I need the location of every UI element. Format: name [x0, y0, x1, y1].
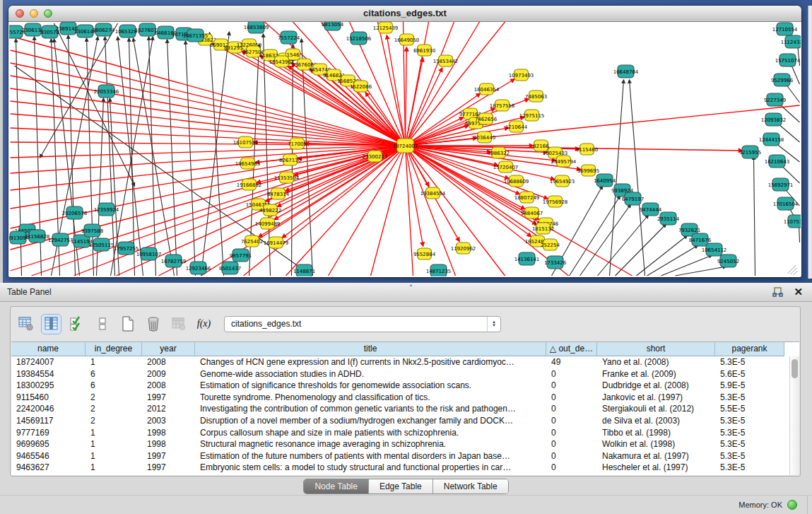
graph-node-label: 12125439	[373, 25, 399, 31]
graph-node-label: 7557224	[278, 35, 300, 41]
close-window-button[interactable]	[16, 9, 24, 18]
graph-node-label: 17016504	[773, 201, 799, 207]
citation-edge-red[interactable]	[11, 146, 406, 158]
table-cell: 5.3E-5	[715, 450, 784, 462]
delete-table-icon[interactable]	[143, 315, 163, 334]
float-window-icon[interactable]	[772, 286, 784, 298]
table-row[interactable]: 946554611997Estimation of the future num…	[11, 450, 799, 462]
table-cell: 2008	[142, 356, 195, 368]
tab-node-table[interactable]: Node Table	[304, 479, 368, 493]
table-panel-title: Table Panel	[7, 283, 52, 301]
graph-node-label: 19654965	[235, 161, 261, 167]
new-table-icon[interactable]	[118, 315, 137, 334]
citation-edge-black[interactable]	[661, 255, 712, 276]
select-columns-icon[interactable]	[42, 315, 61, 334]
column-header-in_degree[interactable]: in_degree	[86, 342, 142, 356]
window-titlebar[interactable]: citations_edges.txt	[8, 6, 801, 22]
graph-node-label: 8267130	[279, 158, 301, 163]
table-cell: 0	[546, 415, 597, 427]
window-resize-grip[interactable]	[788, 265, 796, 274]
zoom-window-button[interactable]	[44, 9, 52, 18]
graph-node-label: 17957255	[114, 246, 139, 252]
citation-edge-black[interactable]	[630, 80, 645, 276]
table-cell: 5.3E-5	[715, 392, 784, 404]
unchecked-boxes-icon[interactable]	[93, 315, 112, 334]
table-row[interactable]: 1938455462009Genome-wide association stu…	[11, 368, 799, 380]
citation-edge-black[interactable]	[580, 204, 631, 276]
column-header-short[interactable]: short	[597, 342, 715, 356]
citation-edge-black[interactable]	[210, 33, 224, 276]
table-cell: 2012	[142, 403, 195, 415]
citation-edge-red[interactable]	[11, 114, 406, 146]
column-header-name[interactable]: name	[11, 342, 86, 356]
table-row[interactable]: 969969511998Structural magnetic resonanc…	[11, 438, 799, 450]
table-row[interactable]: 1872400712008Changes of HCN gene express…	[11, 356, 799, 368]
tab-edge-table[interactable]: Edge Table	[368, 479, 433, 493]
citation-edge-red[interactable]	[32, 146, 406, 276]
graph-node-label: 12923466	[186, 266, 211, 271]
tab-network-table[interactable]: Network Table	[433, 479, 508, 493]
citation-edge-black[interactable]	[676, 267, 726, 276]
citation-edge-black[interactable]	[201, 32, 230, 276]
status-bar-divider	[807, 496, 808, 514]
table-settings-icon[interactable]	[16, 315, 35, 334]
table-browser-container: f(x) citations_edges.txt ▲▼ namein_degre…	[10, 306, 801, 477]
table-row[interactable]: 2242004622012Investigating the contribut…	[11, 403, 799, 415]
table-select-dropdown[interactable]: citations_edges.txt ▲▼	[224, 316, 501, 332]
table-cell: Estimation of the future numbers of pati…	[195, 450, 546, 462]
graph-node-label: 6479197	[622, 197, 644, 202]
graph-node-label: 2935114	[657, 216, 680, 222]
graph-node-label: 15218506	[346, 36, 372, 42]
window-resize-grip[interactable]	[791, 268, 797, 274]
graph-node-label: 16782759	[161, 259, 187, 264]
table-row[interactable]: 1830029562008Estimation of significance …	[11, 380, 799, 392]
citation-edge-black[interactable]	[616, 224, 666, 276]
citation-edge-red[interactable]	[406, 58, 423, 146]
graph-node-label: 8471676	[689, 238, 712, 243]
table-row[interactable]: 946362711997Embryonic stem cells: a mode…	[11, 462, 799, 474]
graph-node-label: 16649050	[394, 37, 420, 43]
background-window-left-edge	[0, 0, 3, 283]
splitter-handle[interactable]: ▴	[406, 284, 416, 286]
graph-node-label: 1815132	[532, 226, 554, 232]
import-table-icon-disabled	[169, 315, 188, 334]
graph-node-label: 22053346	[94, 89, 119, 95]
citation-edge-red[interactable]	[406, 47, 407, 146]
table-row[interactable]: 977716911998Corpus callosum shape and si…	[11, 427, 799, 439]
citation-edge-black[interactable]	[149, 37, 156, 276]
column-header-out_de[interactable]: △ out_de…	[546, 342, 597, 356]
window-resize-grip[interactable]	[794, 271, 798, 275]
graph-node-label: 11156828	[25, 234, 50, 240]
citation-edge-black[interactable]	[637, 235, 688, 276]
table-row[interactable]: 1456911722003Disruption of a novel membe…	[11, 415, 799, 427]
network-graph[interactable]: 7463822869012489129541322605896275088186…	[9, 22, 801, 276]
function-builder-icon[interactable]: f(x)	[194, 315, 213, 334]
graph-node-label: 16914479	[264, 240, 289, 246]
citation-edge-black[interactable]	[754, 156, 755, 276]
citation-edge-black[interactable]	[167, 40, 177, 276]
table-vertical-scrollbar[interactable]	[789, 356, 799, 475]
minimize-window-button[interactable]	[30, 9, 38, 18]
graph-node-label: 16046354	[474, 87, 500, 93]
scrollbar-thumb[interactable]	[792, 359, 798, 378]
column-header-year[interactable]: year	[142, 342, 195, 356]
citation-edge-red[interactable]	[387, 35, 405, 146]
graph-node-label: 1148871	[293, 269, 315, 274]
graph-node-label: 12975115	[519, 113, 545, 119]
column-header-title[interactable]: title	[195, 342, 546, 356]
graph-node-label: 8501437	[219, 266, 241, 271]
citation-edge-black[interactable]	[598, 215, 649, 276]
table-row[interactable]: 911546021997Tourette syndrome. Phenomeno…	[11, 392, 799, 404]
table-cell: Dudbridge et al. (2008)	[597, 380, 715, 392]
close-panel-icon[interactable]: ✕	[794, 284, 803, 300]
graph-node-label: 1210644	[505, 124, 528, 130]
table-cell: 1998	[142, 438, 195, 450]
graph-node-label: 10025433	[543, 151, 568, 156]
select-all-checks-icon[interactable]	[67, 315, 86, 334]
column-header-pagerank[interactable]: pagerank	[715, 342, 784, 356]
table-cell: Stergiakouli et al. (2012)	[597, 403, 715, 415]
table-cell: Disruption of a novel member of a sodium…	[195, 415, 546, 427]
graph-node-label: 11075334	[784, 219, 801, 225]
citation-edge-red[interactable]	[329, 146, 406, 276]
network-canvas[interactable]: 7463822869012489129541322605896275088186…	[9, 22, 801, 276]
